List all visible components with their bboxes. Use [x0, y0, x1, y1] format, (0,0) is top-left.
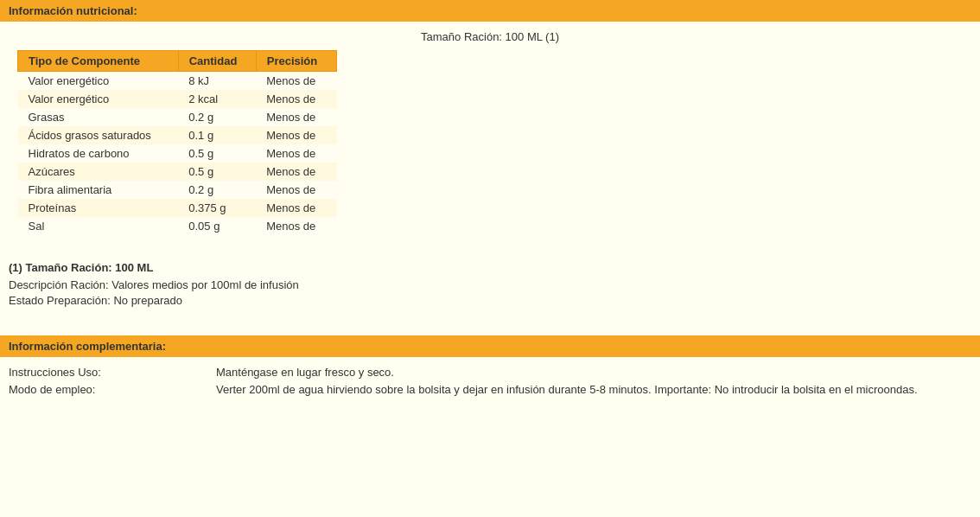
nutrition-section: Tamaño Ración: 100 ML (1) Tipo de Compon…	[0, 22, 980, 252]
cell-precision: Menos de	[256, 217, 336, 235]
cell-quantity: 0.2 g	[178, 181, 256, 199]
table-row: Hidratos de carbono0.5 gMenos de	[18, 144, 337, 163]
footnote-section: (1) Tamaño Ración: 100 ML Descripción Ra…	[0, 252, 980, 327]
col-header-quantity: Cantidad	[178, 51, 256, 72]
cell-precision: Menos de	[256, 90, 336, 108]
cell-quantity: 0.05 g	[178, 217, 256, 235]
cell-quantity: 0.2 g	[178, 108, 256, 126]
table-row: Proteínas0.375 gMenos de	[18, 199, 337, 217]
cell-component: Fibra alimentaria	[18, 181, 179, 199]
cell-precision: Menos de	[256, 181, 336, 199]
cell-quantity: 2 kcal	[178, 90, 256, 108]
cell-component: Sal	[18, 217, 179, 235]
cell-quantity: 0.375 g	[178, 199, 256, 217]
cell-precision: Menos de	[256, 72, 336, 91]
info-row: Modo de empleo:Verter 200ml de agua hirv…	[9, 383, 971, 396]
table-row: Grasas0.2 gMenos de	[18, 108, 337, 126]
cell-precision: Menos de	[256, 199, 336, 217]
cell-component: Hidratos de carbono	[18, 144, 179, 163]
cell-precision: Menos de	[256, 163, 336, 181]
table-row: Sal0.05 gMenos de	[18, 217, 337, 235]
cell-component: Grasas	[18, 108, 179, 126]
info-value: Verter 200ml de agua hirviendo sobre la …	[216, 383, 971, 396]
nutritional-header: Información nutricional:	[0, 0, 980, 22]
cell-quantity: 0.1 g	[178, 126, 256, 144]
col-header-precision: Precisión	[256, 51, 336, 72]
table-row: Azúcares0.5 gMenos de	[18, 163, 337, 181]
cell-precision: Menos de	[256, 126, 336, 144]
info-label: Modo de empleo:	[9, 383, 216, 396]
cell-precision: Menos de	[256, 144, 336, 163]
info-label: Instrucciones Uso:	[9, 366, 216, 379]
cell-quantity: 0.5 g	[178, 163, 256, 181]
cell-component: Valor energético	[18, 72, 179, 91]
cell-quantity: 8 kJ	[178, 72, 256, 91]
cell-component: Ácidos grasos saturados	[18, 126, 179, 144]
footnote-description: Descripción Ración: Valores medios por 1…	[9, 278, 971, 291]
table-row: Valor energético8 kJMenos de	[18, 72, 337, 91]
cell-precision: Menos de	[256, 108, 336, 126]
table-row: Ácidos grasos saturados0.1 gMenos de	[18, 126, 337, 144]
footnote-preparation: Estado Preparación: No preparado	[9, 294, 971, 307]
cell-component: Valor energético	[18, 90, 179, 108]
footnote-title: (1) Tamaño Ración: 100 ML	[9, 261, 971, 274]
table-row: Valor energético2 kcalMenos de	[18, 90, 337, 108]
info-row: Instrucciones Uso:Manténgase en lugar fr…	[9, 366, 971, 379]
nutrition-table: Tipo de Componente Cantidad Precisión Va…	[17, 50, 337, 235]
cell-quantity: 0.5 g	[178, 144, 256, 163]
complementary-section: Instrucciones Uso:Manténgase en lugar fr…	[0, 357, 980, 409]
info-value: Manténgase en lugar fresco y seco.	[216, 366, 971, 379]
complementary-header: Información complementaria:	[0, 335, 980, 357]
col-header-component: Tipo de Componente	[18, 51, 179, 72]
table-row: Fibra alimentaria0.2 gMenos de	[18, 181, 337, 199]
cell-component: Proteínas	[18, 199, 179, 217]
serving-title: Tamaño Ración: 100 ML (1)	[9, 30, 971, 43]
cell-component: Azúcares	[18, 163, 179, 181]
